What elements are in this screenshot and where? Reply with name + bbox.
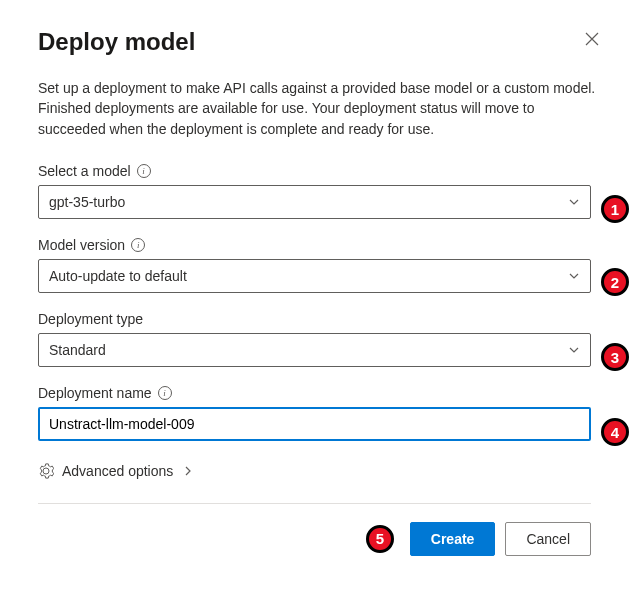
- advanced-options-label: Advanced options: [62, 463, 173, 479]
- annotation-marker-4: 4: [601, 418, 629, 446]
- dialog-description: Set up a deployment to make API calls ag…: [38, 78, 603, 139]
- deployment-name-input[interactable]: [38, 407, 591, 441]
- info-icon[interactable]: i: [137, 164, 151, 178]
- chevron-down-icon: [568, 270, 580, 282]
- type-select[interactable]: Standard: [38, 333, 591, 367]
- chevron-right-icon: [183, 466, 193, 476]
- annotation-marker-1: 1: [601, 195, 629, 223]
- name-label: Deployment name: [38, 385, 152, 401]
- annotation-marker-2: 2: [601, 268, 629, 296]
- model-select[interactable]: gpt-35-turbo: [38, 185, 591, 219]
- chevron-down-icon: [568, 344, 580, 356]
- type-value: Standard: [49, 342, 106, 358]
- type-label: Deployment type: [38, 311, 143, 327]
- info-icon[interactable]: i: [131, 238, 145, 252]
- info-icon[interactable]: i: [158, 386, 172, 400]
- gear-icon: [38, 463, 54, 479]
- close-button[interactable]: [581, 28, 603, 53]
- advanced-options-toggle[interactable]: Advanced options: [38, 463, 193, 479]
- divider: [38, 503, 591, 504]
- annotation-marker-5: 5: [366, 525, 394, 553]
- model-label: Select a model: [38, 163, 131, 179]
- cancel-button[interactable]: Cancel: [505, 522, 591, 556]
- dialog-title: Deploy model: [38, 28, 195, 56]
- model-value: gpt-35-turbo: [49, 194, 125, 210]
- create-button[interactable]: Create: [410, 522, 496, 556]
- annotation-marker-3: 3: [601, 343, 629, 371]
- version-select[interactable]: Auto-update to default: [38, 259, 591, 293]
- version-value: Auto-update to default: [49, 268, 187, 284]
- version-label: Model version: [38, 237, 125, 253]
- close-icon: [585, 32, 599, 46]
- chevron-down-icon: [568, 196, 580, 208]
